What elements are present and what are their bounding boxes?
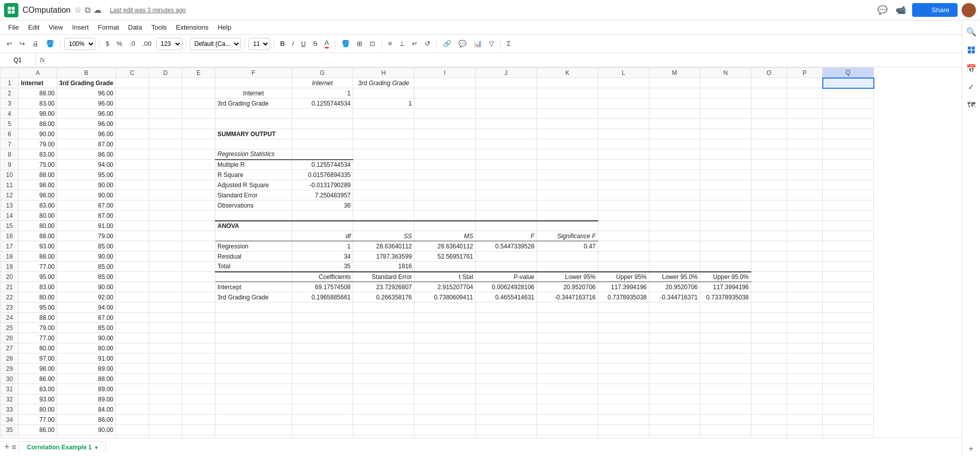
- font-size-select[interactable]: 11: [249, 38, 270, 50]
- cell-P25[interactable]: [787, 323, 823, 333]
- cell-G3[interactable]: 0.1255744534: [292, 98, 353, 109]
- valign-button[interactable]: ⊥: [397, 38, 407, 49]
- cell-B6[interactable]: 96.00: [57, 129, 116, 139]
- col-header-d[interactable]: D: [149, 68, 182, 78]
- cell-M29[interactable]: [649, 364, 700, 374]
- cell-A15[interactable]: 80.00: [19, 221, 57, 231]
- cell-I25[interactable]: [414, 323, 476, 333]
- col-header-n[interactable]: N: [700, 68, 751, 78]
- row-header-32[interactable]: 32: [1, 394, 19, 404]
- cell-C6[interactable]: [116, 129, 149, 139]
- cell-O29[interactable]: [751, 364, 787, 374]
- document-title[interactable]: COmputation: [22, 6, 70, 15]
- cell-Q31[interactable]: [823, 384, 874, 394]
- col-header-h[interactable]: H: [353, 68, 414, 78]
- row-header-26[interactable]: 26: [1, 333, 19, 343]
- cell-B12[interactable]: 90.00: [57, 190, 116, 200]
- cell-F36[interactable]: [215, 435, 292, 438]
- cell-F23[interactable]: [215, 302, 292, 313]
- cell-P23[interactable]: [787, 302, 823, 313]
- cell-L23[interactable]: [598, 302, 649, 313]
- cell-C31[interactable]: [116, 384, 149, 394]
- cell-D8[interactable]: [149, 149, 182, 160]
- dec-more-button[interactable]: .00: [140, 38, 154, 49]
- cell-A19[interactable]: 77.00: [19, 262, 57, 272]
- cell-J35[interactable]: [476, 425, 537, 435]
- number-format-select[interactable]: 123: [156, 38, 182, 50]
- cell-E5[interactable]: [182, 119, 215, 129]
- row-header-17[interactable]: 17: [1, 241, 19, 251]
- cell-D14[interactable]: [149, 211, 182, 221]
- cell-I6[interactable]: [414, 129, 476, 139]
- cell-E21[interactable]: [182, 282, 215, 292]
- cell-D22[interactable]: [149, 292, 182, 302]
- row-header-16[interactable]: 16: [1, 231, 19, 241]
- cell-O3[interactable]: [751, 98, 787, 109]
- paint-format-button[interactable]: 🪣: [43, 38, 57, 49]
- cell-M14[interactable]: [649, 211, 700, 221]
- cell-A8[interactable]: 83.00: [19, 149, 57, 160]
- cell-C30[interactable]: [116, 374, 149, 384]
- cell-J21[interactable]: 0.00624928106: [476, 282, 537, 292]
- cell-J24[interactable]: [476, 313, 537, 323]
- row-header-20[interactable]: 20: [1, 272, 19, 282]
- cell-D32[interactable]: [149, 394, 182, 404]
- cell-M2[interactable]: [649, 88, 700, 98]
- cell-O33[interactable]: [751, 404, 787, 415]
- cell-K34[interactable]: [537, 415, 598, 425]
- cell-G2[interactable]: 1: [292, 88, 353, 98]
- cell-I22[interactable]: 0.7380609411: [414, 292, 476, 302]
- cell-F22[interactable]: 3rd Grading Grade: [215, 292, 292, 302]
- cell-N22[interactable]: 0.73378935038: [700, 292, 751, 302]
- cell-I5[interactable]: [414, 119, 476, 129]
- row-header-34[interactable]: 34: [1, 415, 19, 425]
- cell-D17[interactable]: [149, 241, 182, 251]
- cell-B24[interactable]: 87.00: [57, 313, 116, 323]
- cell-C2[interactable]: [116, 88, 149, 98]
- cell-J31[interactable]: [476, 384, 537, 394]
- cell-O34[interactable]: [751, 415, 787, 425]
- cell-P8[interactable]: [787, 149, 823, 160]
- cell-H17[interactable]: 28.63640112: [353, 241, 414, 251]
- font-color-button[interactable]: A: [322, 37, 332, 50]
- cell-I7[interactable]: [414, 139, 476, 149]
- cell-Q4[interactable]: [823, 109, 874, 119]
- row-header-30[interactable]: 30: [1, 374, 19, 384]
- sidebar-maps-icon[interactable]: 🗺: [964, 98, 978, 112]
- cell-C36[interactable]: [116, 435, 149, 438]
- cell-A32[interactable]: 93.00: [19, 394, 57, 404]
- cell-O7[interactable]: [751, 139, 787, 149]
- cell-J25[interactable]: [476, 323, 537, 333]
- cell-D35[interactable]: [149, 425, 182, 435]
- cell-M25[interactable]: [649, 323, 700, 333]
- cell-O5[interactable]: [751, 119, 787, 129]
- cell-L17[interactable]: [598, 241, 649, 251]
- cell-A9[interactable]: 75.00: [19, 160, 57, 170]
- cell-N13[interactable]: [700, 200, 751, 211]
- cell-E4[interactable]: [182, 109, 215, 119]
- cell-Q32[interactable]: [823, 394, 874, 404]
- add-sheet-button[interactable]: +: [4, 442, 10, 452]
- undo-button[interactable]: ↩: [4, 38, 15, 49]
- chart-button[interactable]: 📊: [471, 38, 484, 49]
- cell-G1[interactable]: Internet: [292, 78, 353, 88]
- cell-E35[interactable]: [182, 425, 215, 435]
- cell-B29[interactable]: 89.00: [57, 364, 116, 374]
- cell-H23[interactable]: [353, 302, 414, 313]
- cell-N10[interactable]: [700, 170, 751, 180]
- cell-H10[interactable]: [353, 170, 414, 180]
- cell-I23[interactable]: [414, 302, 476, 313]
- cell-L15[interactable]: [598, 221, 649, 231]
- cell-P9[interactable]: [787, 160, 823, 170]
- cell-D1[interactable]: [149, 78, 182, 88]
- cell-C33[interactable]: [116, 404, 149, 415]
- cell-N16[interactable]: [700, 231, 751, 241]
- cell-C23[interactable]: [116, 302, 149, 313]
- cell-D9[interactable]: [149, 160, 182, 170]
- cell-G18[interactable]: 34: [292, 251, 353, 262]
- cell-Q25[interactable]: [823, 323, 874, 333]
- cell-C14[interactable]: [116, 211, 149, 221]
- rotate-button[interactable]: ↺: [422, 38, 433, 49]
- cell-F28[interactable]: [215, 353, 292, 364]
- cell-D31[interactable]: [149, 384, 182, 394]
